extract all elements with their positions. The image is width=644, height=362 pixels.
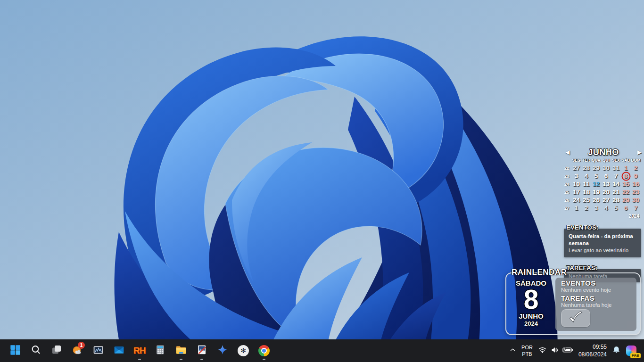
calendar-day[interactable]: 28: [581, 165, 591, 172]
calendar-day[interactable]: 18: [581, 189, 591, 196]
calendar-day[interactable]: 30: [601, 165, 611, 172]
calendar-day[interactable]: 9: [631, 173, 641, 180]
events-sidebar-header: EVENTOS:: [566, 224, 599, 231]
calendar-day[interactable]: 17: [571, 189, 581, 196]
calendar-day[interactable]: 8: [621, 173, 631, 180]
calendar-day[interactable]: 25: [581, 197, 591, 204]
calendar-day-header: SEG: [571, 158, 581, 164]
system-tray: POR PTB: [509, 339, 644, 362]
calendar-day[interactable]: 20: [601, 189, 611, 196]
calendar-day[interactable]: 31: [611, 165, 621, 172]
calendar-day[interactable]: 4: [581, 173, 591, 180]
running-indicator: [200, 359, 203, 360]
monitor-taskbar-button[interactable]: [88, 340, 108, 361]
calendar-day[interactable]: 6: [621, 205, 631, 212]
battery-charging-icon: [562, 346, 573, 355]
calendar-day[interactable]: 24: [571, 197, 581, 204]
paint-taskbar-button[interactable]: [191, 340, 212, 361]
gemini-taskbar-button[interactable]: [212, 340, 233, 361]
monitor-icon: [92, 344, 104, 358]
calendar-day[interactable]: 16: [631, 181, 641, 188]
calendar-day[interactable]: 3: [591, 205, 601, 212]
calendar-day[interactable]: 2: [581, 205, 591, 212]
calendar-day-header: TER: [581, 158, 591, 164]
calendar-day[interactable]: 14: [611, 181, 621, 188]
hidden-icons-button[interactable]: [509, 346, 516, 355]
today-month: JUNHO: [506, 312, 556, 320]
start-taskbar-button[interactable]: [5, 340, 25, 361]
calendar-day[interactable]: 26: [591, 197, 601, 204]
calendar-day[interactable]: 27: [601, 197, 611, 204]
clock-button[interactable]: 09:55 08/06/2024: [578, 343, 607, 358]
calendar-day[interactable]: 4: [601, 205, 611, 212]
calendar-day[interactable]: 2: [631, 165, 641, 172]
mail-taskbar-button[interactable]: [108, 340, 129, 361]
copilot-button[interactable]: PRE: [626, 345, 637, 356]
next-month-button[interactable]: ▶: [637, 147, 642, 157]
calendar-day[interactable]: 5: [591, 173, 601, 180]
checkmark-icon: [567, 311, 584, 326]
notifications-button[interactable]: [612, 346, 621, 356]
calendar-day[interactable]: 11: [581, 181, 591, 188]
tray-time: 09:55: [578, 343, 607, 351]
calendar-day[interactable]: 19: [591, 189, 601, 196]
chevron-up-icon: [509, 347, 516, 355]
search-taskbar-button[interactable]: [25, 340, 46, 361]
prev-month-button[interactable]: ◀: [565, 147, 570, 157]
calendar-day[interactable]: 7: [611, 173, 621, 180]
today-tasks-header: TAREFAS: [561, 294, 631, 302]
calendar-day[interactable]: 28: [611, 197, 621, 204]
calendar-day[interactable]: 10: [571, 181, 581, 188]
tasks-check-button[interactable]: [561, 309, 590, 327]
calendar-day[interactable]: 23: [631, 189, 641, 196]
calendar-day[interactable]: 13: [601, 181, 611, 188]
tray-date: 08/06/2024: [578, 351, 607, 358]
wifi-icon: [538, 346, 547, 356]
calendar-day[interactable]: 6: [601, 173, 611, 180]
event-description: Levar gato ao veterinário: [569, 247, 637, 255]
calendar-day[interactable]: 15: [621, 181, 631, 188]
desktop[interactable]: ◀ JUNHO ▶ SEGTERQUAQUISEXSÁBDOM 22272829…: [0, 0, 644, 362]
calendar-day[interactable]: 7: [631, 205, 641, 212]
week-number: 25: [564, 190, 571, 195]
event-item[interactable]: Quarta-feira - da próxima semana Levar g…: [569, 233, 637, 254]
calendar-week-corner: [564, 158, 571, 164]
rh-app-taskbar-button[interactable]: RH: [129, 340, 150, 361]
rainlendar-today-widget: RAINLENDAR SÁBADO 8 JUNHO 2024 EVENTOS N…: [505, 272, 641, 335]
calendar-day[interactable]: 30: [631, 197, 641, 204]
chatgpt-taskbar-button[interactable]: ✻: [233, 340, 254, 361]
calendar-day-header: QUA: [591, 158, 601, 164]
chatgpt-icon: ✻: [238, 345, 249, 356]
calendar-day[interactable]: 3: [571, 173, 581, 180]
calendar-day[interactable]: 5: [611, 205, 621, 212]
calendar-day[interactable]: 22: [621, 189, 631, 196]
today-events-header: EVENTOS: [561, 279, 631, 287]
copilot-pre-badge: PRE: [630, 353, 641, 358]
today-summary-panel: EVENTOS Nenhum evento hoje TAREFAS Nenhu…: [555, 278, 636, 331]
search-icon: [30, 344, 41, 357]
language-line2: PTB: [521, 351, 533, 357]
volume-icon: [550, 346, 559, 356]
calendar-day[interactable]: 1: [571, 205, 581, 212]
week-number: 26: [564, 198, 571, 203]
events-panel: Quarta-feira - da próxima semana Levar g…: [564, 229, 641, 257]
start-icon: [9, 344, 21, 358]
calendar-day[interactable]: 29: [621, 197, 631, 204]
calendar-day[interactable]: 27: [571, 165, 581, 172]
language-line1: POR: [521, 344, 533, 351]
calendar-day[interactable]: 21: [611, 189, 621, 196]
quick-settings-button[interactable]: [538, 346, 573, 356]
week-number: 27: [564, 206, 571, 211]
calendar-day[interactable]: 1: [621, 165, 631, 172]
calculator-taskbar-button[interactable]: [150, 340, 171, 361]
running-indicator: [263, 359, 265, 360]
language-indicator-button[interactable]: POR PTB: [521, 344, 533, 358]
rh-app-icon: RH: [133, 346, 145, 356]
chrome-taskbar-button[interactable]: [254, 340, 274, 361]
calendar-day[interactable]: 29: [591, 165, 601, 172]
file-explorer-taskbar-button[interactable]: [171, 340, 191, 361]
running-indicator: [180, 359, 182, 360]
weather-taskbar-button[interactable]: 1: [67, 340, 88, 361]
calendar-day[interactable]: 12: [591, 181, 601, 188]
task-view-taskbar-button[interactable]: [46, 340, 67, 361]
